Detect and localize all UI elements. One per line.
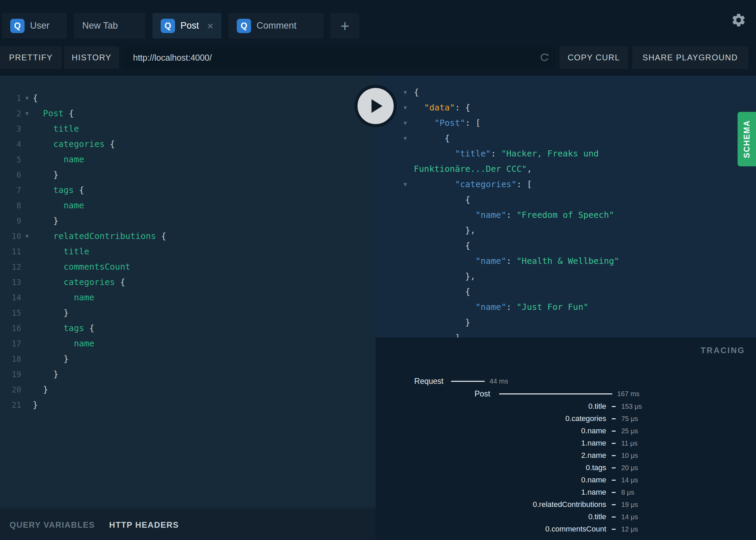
prettify-button[interactable]: PRETTIFY <box>0 46 62 69</box>
endpoint-url-input[interactable] <box>123 46 555 69</box>
trace-row-bar <box>612 467 616 468</box>
trace-row: 1.name11 μs <box>376 437 756 449</box>
line-number: 19 <box>0 370 21 379</box>
close-icon[interactable]: × <box>207 20 214 31</box>
editor-bottom-bar: QUERY VARIABLES HTTP HEADERS <box>0 510 376 540</box>
editor-line-code: name <box>33 154 84 164</box>
history-button[interactable]: HISTORY <box>64 46 119 69</box>
line-number: 11 <box>0 247 21 256</box>
query-editor-pane[interactable]: 1▾{2▾ Post {3 title4 categories {5 name6… <box>0 76 376 540</box>
editor-line[interactable]: 16 tags { <box>0 320 376 336</box>
trace-row-bar <box>612 516 616 518</box>
http-headers-tab[interactable]: HTTP HEADERS <box>109 520 179 530</box>
editor-line-code: title <box>33 246 89 256</box>
tab-new-tab[interactable]: New Tab <box>74 13 145 39</box>
fold-arrow-icon[interactable]: ▾ <box>404 177 407 192</box>
editor-line[interactable]: 18 } <box>0 351 376 366</box>
settings-gear-icon[interactable] <box>731 12 746 28</box>
editor-line-code: name <box>33 200 84 210</box>
trace-row-time: 19 μs <box>621 501 756 509</box>
editor-line[interactable]: 15 } <box>0 305 376 320</box>
editor-line[interactable]: 4 categories { <box>0 136 376 152</box>
editor-line[interactable]: 20 } <box>0 382 376 397</box>
trace-row-bar <box>612 504 616 505</box>
tracing-panel: TRACING Request 44 ms Post 167 ms 0.titl… <box>376 338 756 540</box>
trace-row-time: 14 μs <box>621 476 756 484</box>
trace-row-time: 12 μs <box>621 525 756 533</box>
editor-line[interactable]: 17 name <box>0 336 376 351</box>
fold-arrow-icon[interactable]: ▾ <box>404 85 407 100</box>
trace-row: 1.name8 μs <box>376 486 756 498</box>
line-number: 7 <box>0 186 21 195</box>
editor-line-code: categories { <box>33 277 125 287</box>
editor-line[interactable]: 14 name <box>0 290 376 305</box>
trace-row: 0.name14 μs <box>376 474 756 486</box>
response-pane: ▾{▾ "data": {▾ "Post": [▾ { "title": "Ha… <box>376 76 756 338</box>
line-number: 18 <box>0 355 21 363</box>
fold-arrow-icon[interactable]: ▾ <box>21 232 33 240</box>
editor-line[interactable]: 8 name <box>0 198 376 213</box>
response-line: "name": "Just For Fun" <box>414 299 649 315</box>
editor-line-code: } <box>33 354 69 364</box>
editor-line-code: Post { <box>33 108 74 118</box>
fold-arrow-icon[interactable]: ▾ <box>404 131 407 146</box>
trace-row: 0.categories75 μs <box>376 412 756 425</box>
query-variables-tab[interactable]: QUERY VARIABLES <box>10 520 95 530</box>
response-line: { <box>414 238 649 253</box>
tab-user[interactable]: Q User <box>2 13 67 39</box>
editor-line[interactable]: 5 name <box>0 152 376 167</box>
trace-row-bar <box>612 406 616 407</box>
editor-line[interactable]: 3 title <box>0 121 376 136</box>
trace-row-bar <box>612 455 616 456</box>
trace-row: 0.title14 μs <box>376 511 756 523</box>
editor-line-code: } <box>33 170 58 180</box>
editor-line-code: relatedContributions { <box>33 231 166 241</box>
trace-request-bar <box>451 381 485 382</box>
trace-root-time: 167 ms <box>617 390 640 398</box>
editor-line[interactable]: 7 tags { <box>0 182 376 198</box>
response-line: ▾ "data": { <box>414 100 649 115</box>
response-line: ▾ "categories": [ <box>414 177 649 192</box>
tracing-rows: 0.title153 μs0.categories75 μs0.name25 μ… <box>376 400 756 535</box>
tab-post[interactable]: Q Post × <box>152 13 221 39</box>
schema-tab-button[interactable]: SCHEMA <box>738 112 756 166</box>
editor-line[interactable]: 9 } <box>0 213 376 228</box>
line-number: 10 <box>0 232 21 241</box>
editor-line-code: tags { <box>33 185 84 195</box>
line-number: 16 <box>0 324 21 333</box>
line-number: 2 <box>0 109 21 118</box>
editor-line[interactable]: 11 title <box>0 244 376 259</box>
share-playground-button[interactable]: SHARE PLAYGROUND <box>632 46 748 69</box>
tab-comment[interactable]: Q Comment <box>229 13 323 39</box>
fold-arrow-icon[interactable]: ▾ <box>21 109 33 117</box>
editor-line[interactable]: 2▾ Post { <box>0 106 376 121</box>
execute-query-button[interactable] <box>354 85 397 127</box>
fold-arrow-icon[interactable]: ▾ <box>404 100 407 115</box>
query-icon: Q <box>237 19 251 33</box>
trace-request-row: Request 44 ms <box>376 375 756 387</box>
toolbar: PRETTIFY HISTORY COPY CURL SHARE PLAYGRO… <box>0 46 756 69</box>
editor-line[interactable]: 10▾ relatedContributions { <box>0 228 376 244</box>
editor-line[interactable]: 13 categories { <box>0 274 376 290</box>
trace-row-label: 0.title <box>376 402 606 411</box>
editor-line[interactable]: 12 commentsCount <box>0 259 376 274</box>
trace-row-label: 2.name <box>376 451 606 460</box>
trace-row-time: 25 μs <box>621 427 756 435</box>
editor-line[interactable]: 1▾{ <box>0 90 376 106</box>
trace-row-time: 20 μs <box>621 464 756 472</box>
editor-line[interactable]: 19 } <box>0 366 376 382</box>
editor-line[interactable]: 21} <box>0 397 376 412</box>
query-icon: Q <box>161 19 175 33</box>
fold-arrow-icon[interactable]: ▾ <box>21 94 33 102</box>
tab-new-tab-label: New Tab <box>82 20 118 31</box>
new-tab-button[interactable]: + <box>331 13 359 39</box>
editor-line[interactable]: 6 } <box>0 167 376 182</box>
copy-curl-button[interactable]: COPY CURL <box>559 46 628 69</box>
fold-arrow-icon[interactable]: ▾ <box>404 115 407 131</box>
trace-row-label: 0.tags <box>376 463 606 472</box>
endpoint-url-bar <box>123 46 555 69</box>
response-line: { <box>414 284 649 299</box>
trace-root-row: Post 167 ms <box>376 388 756 400</box>
trace-row-bar <box>612 480 616 481</box>
reload-icon[interactable] <box>539 52 550 63</box>
